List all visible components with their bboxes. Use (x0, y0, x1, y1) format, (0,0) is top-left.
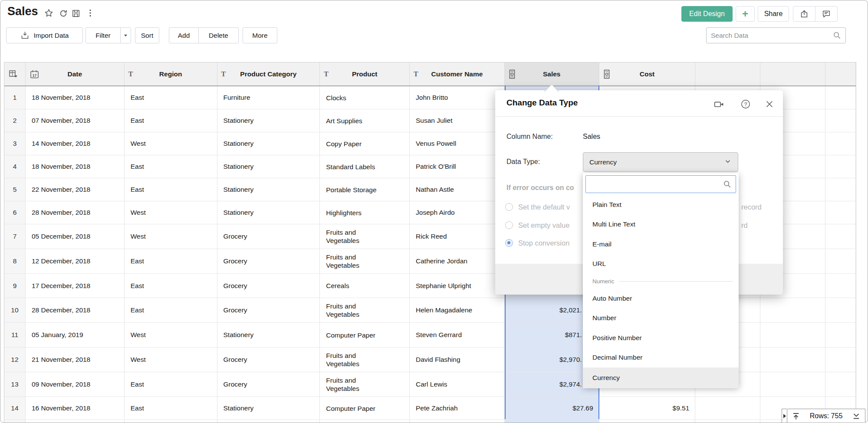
comment-icon[interactable] (815, 7, 837, 21)
cell-region[interactable]: East (125, 298, 217, 323)
cell-date[interactable]: 22 November, 2018 (26, 178, 125, 201)
cell-category[interactable]: Furniture (217, 86, 320, 109)
cell-e3[interactable] (825, 109, 856, 132)
cell-customer[interactable]: Susan Juliet (410, 109, 505, 132)
cell-product[interactable]: Fruits and Vegetables (320, 224, 410, 249)
cell-region[interactable]: East (125, 178, 217, 201)
cell-date[interactable]: 07 November, 2018 (26, 109, 125, 132)
status-collapse-tab[interactable] (782, 409, 787, 423)
search-data-input[interactable] (711, 32, 833, 39)
dropdown-option-currency[interactable]: Currency (583, 367, 739, 388)
cell-e3[interactable] (825, 178, 856, 201)
cell-region[interactable]: East (125, 109, 217, 132)
cell-region[interactable]: West (125, 348, 217, 372)
cell-e3[interactable] (825, 86, 856, 109)
dropdown-option-positive-number[interactable]: Positive Number (583, 328, 739, 348)
column-header-product[interactable]: TProduct (320, 62, 410, 85)
cell-e3[interactable] (825, 298, 856, 323)
add-button[interactable]: Add (169, 32, 198, 39)
data-type-select[interactable]: Currency (583, 152, 738, 172)
cell-category[interactable]: Grocery (217, 249, 320, 274)
cell-region[interactable]: West (125, 323, 217, 348)
cell-category[interactable]: Stationery (217, 132, 320, 155)
cell-region[interactable]: East (125, 372, 217, 397)
cell-e1[interactable] (695, 397, 760, 420)
cell-e3[interactable] (825, 224, 856, 249)
dropdown-option-decimal-number[interactable]: Decimal Number (583, 348, 739, 368)
cell-cost[interactable]: $9.51 (599, 397, 696, 420)
cell-category[interactable]: Stationery (217, 397, 320, 420)
video-icon[interactable] (713, 98, 724, 110)
cell-num[interactable]: 9 (4, 274, 26, 298)
cell-region[interactable]: East (125, 274, 217, 298)
export-icon[interactable] (793, 7, 815, 21)
cell-category[interactable]: Stationery (217, 178, 320, 201)
dropdown-option-plain-text[interactable]: Plain Text (583, 195, 739, 215)
dropdown-search-input[interactable] (590, 180, 723, 188)
cell-category[interactable]: Stationery (217, 201, 320, 224)
cell-region[interactable]: East (125, 155, 217, 178)
close-icon[interactable] (764, 98, 775, 110)
column-header-date[interactable]: 17Date (26, 62, 125, 85)
cell-num[interactable]: 4 (4, 155, 26, 178)
cell-category[interactable]: Grocery (217, 298, 320, 323)
cell-date[interactable]: 05 January, 2019 (26, 323, 125, 348)
cell-region[interactable]: East (125, 397, 217, 420)
cell-customer[interactable]: Rick Reed (410, 224, 505, 249)
save-icon[interactable] (71, 9, 82, 19)
cell-e2[interactable] (760, 323, 825, 348)
dropdown-option-auto-number[interactable]: Auto Number (583, 289, 739, 308)
star-icon[interactable] (44, 8, 54, 19)
cell-date[interactable]: 17 December, 2018 (26, 274, 125, 298)
cell-date[interactable]: 05 December, 2018 (26, 224, 125, 249)
column-header[interactable] (4, 62, 26, 85)
cell-product[interactable]: Fruits and Vegetables (320, 249, 410, 274)
cell-category[interactable]: Grocery (217, 372, 320, 397)
cell-customer[interactable]: Carl Lewis (410, 372, 505, 397)
kebab-icon[interactable] (85, 8, 96, 19)
cell-customer[interactable]: Joseph Airdo (410, 201, 505, 224)
dropdown-option-multi-line-text[interactable]: Multi Line Text (583, 215, 739, 235)
column-header[interactable] (695, 62, 760, 85)
cell-e3[interactable] (825, 132, 856, 155)
column-header-sales[interactable]: Sales (505, 62, 599, 85)
go-to-bottom-icon[interactable] (852, 412, 861, 420)
cell-e3[interactable] (825, 249, 856, 274)
cell-e3[interactable] (825, 201, 856, 224)
cell-date[interactable]: 28 December, 2018 (26, 298, 125, 323)
cell-product[interactable]: Art Supplies (320, 109, 410, 132)
cell-product[interactable]: Computer Paper (320, 397, 410, 420)
cell-num[interactable]: 12 (4, 348, 26, 372)
column-header-product-category[interactable]: TProduct Category (217, 62, 320, 85)
cell-num[interactable]: 2 (4, 109, 26, 132)
cell-date[interactable]: 21 November, 2018 (26, 348, 125, 372)
cell-customer[interactable]: Helen Magadalene (410, 298, 505, 323)
cell-num[interactable]: 7 (4, 224, 26, 249)
cell-region[interactable]: West (125, 224, 217, 249)
cell-product[interactable]: Highlighters (320, 201, 410, 224)
delete-button[interactable]: Delete (199, 32, 238, 39)
cell-region[interactable]: East (125, 249, 217, 274)
refresh-icon[interactable] (59, 9, 69, 19)
cell-date[interactable]: 18 November, 2018 (26, 155, 125, 178)
cell-category[interactable]: Grocery (217, 274, 320, 298)
cell-category[interactable]: Grocery (217, 224, 320, 249)
cell-e3[interactable] (825, 155, 856, 178)
column-header[interactable] (825, 62, 856, 85)
cell-num[interactable]: 3 (4, 132, 26, 155)
cell-region[interactable]: East (125, 86, 217, 109)
cell-e2[interactable] (760, 372, 825, 397)
dropdown-option-url[interactable]: URL (583, 254, 739, 274)
cell-customer[interactable]: Nathan Astle (410, 178, 505, 201)
column-header-cost[interactable]: Cost (599, 62, 696, 85)
share-button[interactable]: Share (758, 6, 789, 22)
cell-num[interactable]: 8 (4, 249, 26, 274)
cell-customer[interactable]: Patrick O'Brill (410, 155, 505, 178)
filter-button[interactable]: Filter (85, 27, 131, 43)
cell-customer[interactable]: Stephanie Ulpright (410, 274, 505, 298)
cell-product[interactable]: Computer Paper (320, 323, 410, 348)
cell-product[interactable]: Standard Labels (320, 155, 410, 178)
cell-num[interactable]: 13 (4, 372, 26, 397)
cell-customer[interactable]: David Flashing (410, 348, 505, 372)
cell-date[interactable]: 14 November, 2018 (26, 132, 125, 155)
